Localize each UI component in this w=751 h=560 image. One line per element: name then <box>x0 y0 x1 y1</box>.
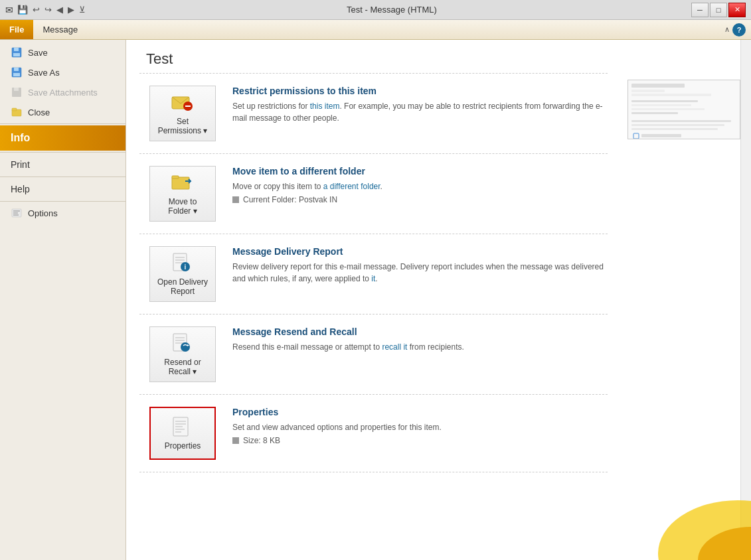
permissions-btn-label: SetPermissions ▾ <box>158 117 208 135</box>
move-desc: Move or copy this item to a different fo… <box>232 180 608 192</box>
delivery-btn-area: i Open DeliveryReport <box>146 246 219 302</box>
sidebar-item-help[interactable]: Help <box>0 178 125 200</box>
prev-btn[interactable]: ◀ <box>55 3 64 16</box>
save-as-icon <box>11 66 23 78</box>
quick-access-toolbar: 💾 ↩ ↪ ◀ ▶ ⊻ <box>16 3 87 16</box>
divider-3 <box>0 176 125 177</box>
svg-rect-2 <box>13 53 20 56</box>
section-permissions: SetPermissions ▾ Restrict permissions to… <box>126 74 621 153</box>
svg-rect-40 <box>631 90 665 92</box>
delivery-title: Message Delivery Report <box>232 246 608 257</box>
options-label: Options <box>28 208 58 218</box>
divider-1 <box>0 123 125 124</box>
sidebar-item-options[interactable]: Options <box>0 203 125 223</box>
title-bar-left: ✉ 💾 ↩ ↪ ◀ ▶ ⊻ <box>5 3 92 16</box>
save-as-label: Save As <box>28 68 60 78</box>
close-folder-icon <box>11 106 23 118</box>
delivery-text: Message Delivery Report Review delivery … <box>232 246 608 285</box>
sidebar-item-save-as[interactable]: Save As <box>0 62 125 82</box>
window-controls: ─ □ ✕ <box>691 3 746 17</box>
close-btn[interactable]: ✕ <box>728 3 746 17</box>
sidebar-item-save[interactable]: Save <box>0 42 125 62</box>
properties-meta-icon <box>232 437 239 444</box>
section-properties: Properties Properties Set and view advan… <box>126 395 621 472</box>
app-icon: ✉ <box>5 5 13 15</box>
collapse-ribbon-btn[interactable]: ∧ <box>724 25 730 34</box>
svg-rect-18 <box>172 176 179 178</box>
delivery-desc: Review delivery report for this e-mail m… <box>232 261 608 285</box>
properties-button[interactable]: Properties <box>149 407 216 460</box>
svg-text:i: i <box>185 263 187 271</box>
scrollbar[interactable] <box>740 40 751 560</box>
move-btn-area: Move toFolder ▾ <box>146 166 219 222</box>
delivery-btn-label: Open DeliveryReport <box>157 277 208 296</box>
svg-rect-7 <box>14 88 19 91</box>
svg-rect-5 <box>13 73 20 76</box>
divider-2 <box>0 152 125 153</box>
close-label: Close <box>28 107 50 117</box>
recall-link[interactable]: recall it <box>382 342 407 352</box>
main-layout: Save Save As Save Attachments Close <box>0 40 751 560</box>
sidebar-item-info[interactable]: Info <box>0 125 125 151</box>
svg-rect-47 <box>631 124 724 126</box>
resend-btn-area: Resend orRecall ▾ <box>146 326 219 382</box>
minimize-btn[interactable]: ─ <box>691 3 709 17</box>
divider-4 <box>0 201 125 202</box>
properties-btn-label: Properties <box>165 441 201 451</box>
svg-rect-45 <box>631 112 678 114</box>
save-attachments-icon <box>11 86 23 98</box>
maximize-btn[interactable]: □ <box>710 3 727 17</box>
move-text: Move item to a different folder Move or … <box>232 166 608 204</box>
section-move: Move toFolder ▾ Move item to a different… <box>126 154 621 234</box>
svg-point-30 <box>181 342 190 352</box>
email-preview-area <box>621 73 740 499</box>
svg-rect-39 <box>631 84 685 88</box>
properties-meta: Size: 8 KB <box>232 436 608 445</box>
svg-rect-43 <box>631 104 691 106</box>
open-delivery-report-button[interactable]: i Open DeliveryReport <box>149 246 216 302</box>
resend-title: Message Resend and Recall <box>232 326 608 337</box>
next-btn[interactable]: ▶ <box>66 3 76 16</box>
move-btn-label: Move toFolder ▾ <box>168 197 197 216</box>
save-attachments-label: Save Attachments <box>28 88 98 98</box>
ribbon: File Message ∧ ? <box>0 20 751 40</box>
tab-file[interactable]: File <box>0 20 33 39</box>
help-label: Help <box>11 184 30 194</box>
sidebar-item-save-attachments: Save Attachments <box>0 82 125 102</box>
delivery-link[interactable]: it <box>371 274 375 283</box>
save-icon <box>11 46 23 58</box>
tab-message[interactable]: Message <box>33 20 87 39</box>
svg-rect-1 <box>14 48 19 51</box>
properties-size: Size: 8 KB <box>243 436 280 445</box>
section-resend: Resend orRecall ▾ Message Resend and Rec… <box>126 315 621 394</box>
resend-recall-button[interactable]: Resend orRecall ▾ <box>149 326 216 382</box>
sidebar: Save Save As Save Attachments Close <box>0 40 126 560</box>
move-to-folder-button[interactable]: Move toFolder ▾ <box>149 166 216 222</box>
permissions-btn-area: SetPermissions ▾ <box>146 86 219 141</box>
redo-btn[interactable]: ↪ <box>43 3 53 16</box>
help-button[interactable]: ? <box>732 23 746 36</box>
svg-rect-41 <box>631 94 711 96</box>
undo-btn[interactable]: ↩ <box>31 3 41 16</box>
print-label: Print <box>11 159 30 170</box>
properties-desc: Set and view advanced options and proper… <box>232 421 608 433</box>
window-title: Test - Message (HTML) <box>92 5 691 15</box>
sidebar-menu: Save Save As Save Attachments Close <box>0 40 125 226</box>
sidebar-item-print[interactable]: Print <box>0 154 125 175</box>
resend-desc: Resend this e-mail message or attempt to… <box>232 341 608 353</box>
more-btn[interactable]: ⊻ <box>78 3 87 16</box>
save-quick-btn[interactable]: 💾 <box>16 3 29 16</box>
move-link[interactable]: a different folder <box>323 182 380 191</box>
set-permissions-button[interactable]: SetPermissions ▾ <box>149 86 216 141</box>
move-meta-text: Current Folder: Postvak IN <box>243 195 337 204</box>
permissions-link-item[interactable]: this item <box>310 102 340 111</box>
svg-rect-44 <box>631 108 705 110</box>
info-label: Info <box>11 132 30 144</box>
permissions-title: Restrict permissions to this item <box>232 86 608 96</box>
svg-rect-9 <box>12 108 17 111</box>
move-title: Move item to a different folder <box>232 166 608 176</box>
save-label: Save <box>28 48 48 58</box>
sidebar-item-close[interactable]: Close <box>0 102 125 122</box>
section-delivery: i Open DeliveryReport Message Delivery R… <box>126 234 621 314</box>
page-title: Test <box>126 40 740 73</box>
